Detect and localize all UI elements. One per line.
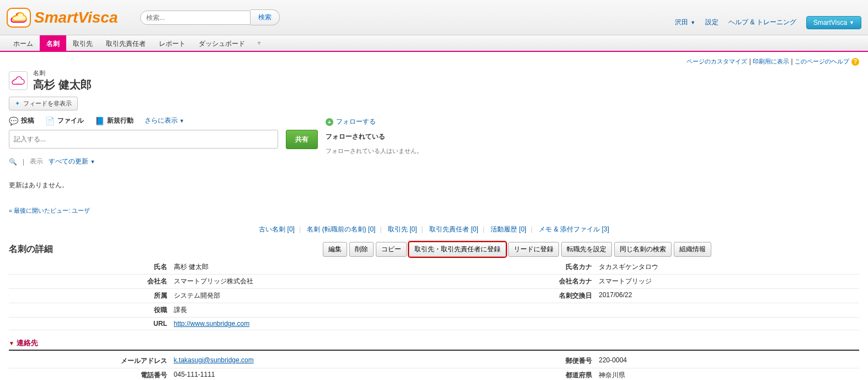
rel-prev[interactable]: 名刺 (転職前の名刺) [0] [307,225,375,233]
navbar: ホーム 名刺 取引先 取引先責任者 レポート ダッシュボード + [0,35,868,52]
val-title: 課長 [171,303,434,318]
val-email[interactable]: k.takasugi@sunbridge.com [174,356,254,364]
global-search: 検索 [140,9,280,25]
nav-meishi[interactable]: 名刺 [40,35,66,51]
lbl-company: 会社名 [9,275,171,289]
feed-area: 💬投稿 📄ファイル 📘新規行動 さらに表示▼ 共有 🔍 | 表示 すべての更新 … [9,116,859,221]
lbl-zip: 郵便番号 [434,354,595,368]
val-url[interactable]: http://www.sunbridge.com [174,320,249,328]
nav-report[interactable]: レポート [152,35,192,51]
set-transfer-button[interactable]: 転職先を設定 [561,242,612,257]
feed-tabs: 💬投稿 📄ファイル 📘新規行動 さらに表示▼ [9,116,318,125]
lbl-exchange-date: 名刺交換日 [434,289,595,303]
val-dept: システム開発部 [171,289,434,303]
pin-icon: ✦ [15,100,20,107]
followed-header: フォローされている [326,132,859,141]
help-icon[interactable]: ? [851,58,859,66]
lbl-email: メールアドレス [9,354,171,368]
lbl-pref: 都道府県 [434,368,595,381]
feed-tab-action[interactable]: 📘新規行動 [95,116,134,125]
contact-section-header[interactable]: ▼ 連絡先 [9,338,859,351]
page-links: ページのカスタマイズ | 印刷用に表示 | このページのヘルプ? [9,57,859,66]
register-account-contact-button[interactable]: 取引先・取引先責任者に登録 [409,242,506,257]
val-name: 高杉 健太郎 [171,260,434,275]
lbl-dept: 所属 [9,289,171,303]
follow-button[interactable]: フォローする [336,117,376,126]
feed-toggle-button[interactable]: ✦ フィードを非表示 [9,97,78,110]
action-icon: 📘 [95,117,104,125]
filter-label: 表示 [30,157,43,166]
related-links: 古い名刺 [0]| 名刺 (転職前の名刺) [0]| 取引先 [0]| 取引先責… [9,225,859,234]
app-switcher[interactable]: SmartVisca▼ [806,16,861,29]
edit-button[interactable]: 編集 [323,242,347,257]
app-logo[interactable]: SmartVisca [7,8,118,28]
feed-input[interactable] [9,130,278,149]
search-same-button[interactable]: 同じ名刺の検索 [614,242,672,257]
main-content: ページのカスタマイズ | 印刷用に表示 | このページのヘルプ? 名刺 高杉 健… [0,52,868,380]
val-kana: タカスギケンタロウ [595,260,859,275]
filter-value[interactable]: すべての更新 ▼ [49,157,95,166]
help-link[interactable]: ヘルプ & トレーニング [728,18,796,27]
rel-activity[interactable]: 活動履歴 [0] [491,225,526,233]
lbl-url: URL [9,318,171,330]
file-icon: 📄 [45,117,55,125]
lbl-phone: 電話番号 [9,368,171,381]
logo-text: SmartVisca [34,9,118,27]
search-button[interactable]: 検索 [251,9,280,25]
record-header: 名刺 高杉 健太郎 [9,69,859,92]
search-icon[interactable]: 🔍 [9,158,17,166]
caret-down-icon: ▼ [690,20,695,25]
val-pref: 神奈川県 [595,368,859,381]
customize-link[interactable]: ページのカスタマイズ [686,58,747,65]
topbar-right: 沢田▼ 設定 ヘルプ & トレーニング SmartVisca▼ [675,6,861,29]
action-buttons: 編集 削除 コピー 取引先・取引先責任者に登録 リードに登録 転職先を設定 同じ… [174,242,859,257]
logo-icon [7,8,31,28]
search-input[interactable] [140,10,251,25]
feed-tab-post[interactable]: 💬投稿 [9,116,34,125]
print-link[interactable]: 印刷用に表示 [753,58,789,65]
record-title: 高杉 健太郎 [33,77,92,92]
caret-down-icon: ▼ [849,20,854,25]
record-icon [9,71,28,90]
lbl-title: 役職 [9,303,171,318]
feed-more[interactable]: さらに表示▼ [145,116,184,125]
record-type: 名刺 [33,69,92,77]
feed-tab-file[interactable]: 📄ファイル [45,116,84,125]
val-exchange-date: 2017/06/22 [595,289,859,303]
caret-down-icon: ▼ [179,118,184,124]
lbl-kana: 氏名カナ [434,260,595,275]
topbar: SmartVisca 検索 沢田▼ 設定 ヘルプ & トレーニング SmartV… [0,0,868,35]
rel-notes[interactable]: メモ & 添付ファイル [3] [539,225,609,233]
register-lead-button[interactable]: リードに登録 [508,242,559,257]
nav-account[interactable]: 取引先 [66,35,99,51]
followed-empty: フォローされている人はいません。 [326,147,859,155]
rel-old[interactable]: 古い名刺 [0] [259,225,295,233]
lbl-company-kana: 会社名カナ [434,275,595,289]
detail-title: 名刺の詳細 [9,244,174,255]
back-to-view-link[interactable]: « 最後に開いたビュー: ユーザ [9,207,318,215]
val-phone: 045-111-1111 [171,368,434,381]
settings-link[interactable]: 設定 [705,18,718,27]
detail-header: 名刺の詳細 編集 削除 コピー 取引先・取引先責任者に登録 リードに登録 転職先… [9,242,859,257]
org-info-button[interactable]: 組織情報 [674,242,711,257]
nav-home[interactable]: ホーム [7,35,40,51]
nav-contact[interactable]: 取引先責任者 [99,35,152,51]
contact-table: メールアドレスk.takasugi@sunbridge.com郵便番号220-0… [9,354,859,380]
nav-add-tab[interactable]: + [252,35,267,51]
page-help-link[interactable]: このページのヘルプ [795,58,849,65]
rel-account[interactable]: 取引先 [0] [388,225,417,233]
rel-contact[interactable]: 取引先責任者 [0] [429,225,478,233]
val-zip: 220-0004 [595,354,859,368]
detail-table: 氏名高杉 健太郎氏名カナタカスギケンタロウ 会社名スマートブリッジ株式会社会社名… [9,260,859,330]
copy-button[interactable]: コピー [376,242,407,257]
bubble-icon: 💬 [9,117,18,125]
nav-dashboard[interactable]: ダッシュボード [192,35,252,51]
val-company-kana: スマートブリッジ [595,275,859,289]
user-menu[interactable]: 沢田▼ [675,18,695,27]
share-button[interactable]: 共有 [286,130,318,149]
feed-empty: 更新はありません。 [9,181,318,190]
feed-filter: 🔍 | 表示 すべての更新 ▼ [9,157,318,166]
plus-icon: + [326,118,333,126]
follow-row: + フォローする [326,117,859,126]
delete-button[interactable]: 削除 [349,242,374,257]
